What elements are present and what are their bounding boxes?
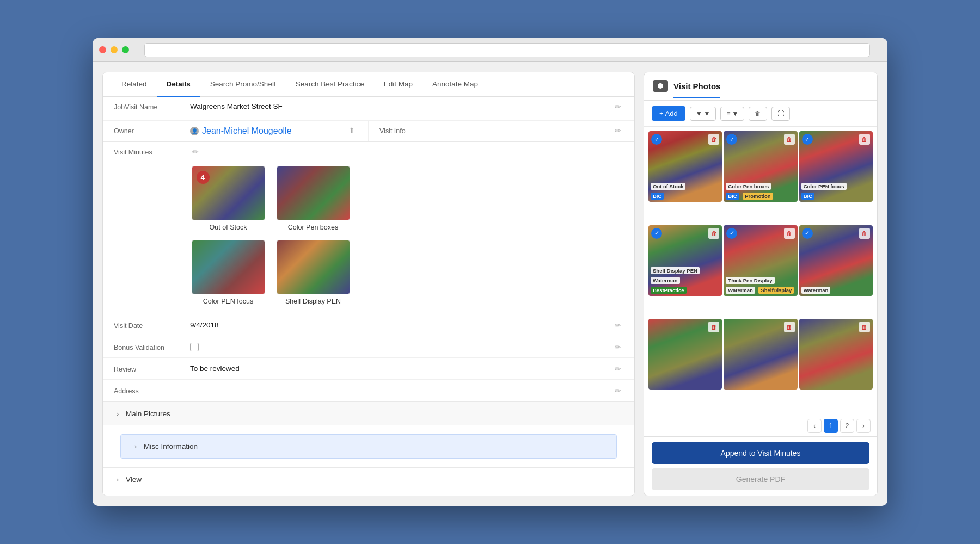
visit-minutes-edit-icon[interactable]: ✏: [190, 147, 201, 156]
main-pictures-header[interactable]: › Main Pictures: [103, 402, 634, 425]
review-edit-icon[interactable]: ✏: [612, 364, 623, 373]
photo-tag-bic-1: BIC: [651, 193, 664, 200]
photo-label-4: Shelf Display PEN: [285, 298, 341, 305]
view-section: › View: [103, 467, 634, 491]
photo-delete-8[interactable]: 🗑: [784, 322, 795, 332]
photo-thumb-1[interactable]: 4: [192, 166, 265, 220]
details-content: JobVisit Name Walgreens Market Street SF…: [103, 97, 634, 496]
trash-icon: 🗑: [755, 110, 761, 118]
photo-tag-waterman-1: Waterman: [651, 277, 680, 284]
photo-label-3: Color PEN focus: [203, 298, 253, 305]
address-row: Address ✏: [103, 380, 634, 401]
right-panel: Visit Photos + Add ▼ ▼ ≡ ▼ 🗑 ⛶: [644, 72, 878, 496]
photo-delete-6[interactable]: 🗑: [859, 228, 870, 239]
sort-button[interactable]: ≡ ▼: [720, 107, 744, 121]
photo-delete-3[interactable]: 🗑: [859, 134, 870, 145]
tab-annotate-map[interactable]: Annotate Map: [422, 72, 488, 97]
photo-delete-2[interactable]: 🗑: [784, 134, 795, 145]
photo-check-4[interactable]: ✓: [651, 228, 662, 239]
right-photo-5[interactable]: ✓ 🗑 Thick Pen Display Waterman ShelfDisp…: [724, 225, 797, 296]
prev-page-button[interactable]: ‹: [807, 419, 822, 433]
tab-related[interactable]: Related: [112, 72, 157, 97]
photo-check-3[interactable]: ✓: [802, 134, 813, 145]
address-label: Address: [114, 386, 190, 395]
view-chevron: ›: [114, 476, 121, 484]
right-photo-3[interactable]: ✓ 🗑 Color PEN focus BIC: [799, 131, 873, 202]
next-page-button[interactable]: ›: [856, 419, 871, 433]
bonus-validation-edit-icon[interactable]: ✏: [612, 343, 623, 351]
page-2-button[interactable]: 2: [840, 419, 854, 433]
owner-edit-icon[interactable]: ⬆: [346, 126, 357, 135]
append-button[interactable]: Append to Visit Minutes: [652, 442, 869, 464]
visit-date-value: 9/4/2018: [190, 321, 612, 329]
visit-info-label: Visit Info: [379, 126, 456, 135]
visit-info-edit-icon[interactable]: ✏: [612, 126, 623, 135]
minimize-button[interactable]: [111, 46, 118, 53]
add-button[interactable]: + Add: [652, 106, 685, 121]
pagination: ‹ 1 2 ›: [644, 416, 877, 436]
photo-overlay-1: Out of Stock BIC: [648, 179, 722, 202]
jobvisit-value: Walgreens Market Street SF: [190, 102, 612, 110]
photo-tag-waterman-3: Waterman: [801, 287, 831, 294]
address-edit-icon[interactable]: ✏: [612, 386, 623, 395]
main-pictures-label: Main Pictures: [126, 410, 170, 418]
visit-minutes-row: Visit Minutes ✏ 4 Out of Stock: [103, 142, 634, 314]
review-label: Review: [114, 364, 190, 373]
right-photo-9[interactable]: 🗑: [799, 319, 873, 390]
photo-check-6[interactable]: ✓: [802, 228, 813, 239]
photo-delete-9[interactable]: 🗑: [859, 322, 870, 332]
bonus-validation-checkbox[interactable]: [190, 343, 199, 351]
expand-button[interactable]: ⛶: [771, 107, 790, 121]
view-header[interactable]: › View: [103, 468, 634, 491]
right-photo-1[interactable]: ✓ 🗑 Out of Stock BIC: [648, 131, 722, 202]
photo-delete-7[interactable]: 🗑: [708, 322, 719, 332]
photo-check-1[interactable]: ✓: [651, 134, 662, 145]
tab-edit-map[interactable]: Edit Map: [374, 72, 422, 97]
photo-thumb-2[interactable]: [277, 166, 350, 220]
right-photo-7[interactable]: 🗑: [648, 319, 722, 390]
delete-button[interactable]: 🗑: [749, 107, 767, 121]
visit-date-edit-icon[interactable]: ✏: [612, 321, 623, 330]
filter-arrow: ▼: [704, 110, 710, 118]
photo-delete-5[interactable]: 🗑: [784, 228, 795, 239]
tab-search-promo[interactable]: Search Promo/Shelf: [200, 72, 286, 97]
photo-tag-bic-2: BIC: [726, 193, 739, 200]
photo-overlay-4: Shelf Display PEN Waterman BestPractice: [648, 263, 722, 296]
owner-avatar: 👤: [190, 127, 199, 135]
right-photo-8[interactable]: 🗑: [724, 319, 797, 390]
right-photo-2[interactable]: ✓ 🗑 Color Pen boxes BIC Promotion: [724, 131, 797, 202]
photo-check-5[interactable]: ✓: [726, 228, 737, 239]
photo-overlay-2: Color Pen boxes BIC Promotion: [724, 179, 797, 202]
tab-search-best-practice[interactable]: Search Best Practice: [286, 72, 374, 97]
right-photo-4[interactable]: ✓ 🗑 Shelf Display PEN Waterman BestPract…: [648, 225, 722, 296]
photo-tag-shelfdisplay: ShelfDisplay: [758, 287, 794, 294]
photo-tag-shelfdisplayen: Shelf Display PEN: [651, 267, 700, 274]
page-1-button[interactable]: 1: [824, 419, 838, 433]
photo-label-1: Out of Stock: [210, 224, 247, 231]
filter-button[interactable]: ▼ ▼: [690, 107, 716, 121]
right-photo-6[interactable]: ✓ 🗑 Waterman: [799, 225, 873, 296]
address-bar[interactable]: [144, 43, 870, 57]
photo-thumb-4[interactable]: [277, 240, 350, 294]
photo-delete-1[interactable]: 🗑: [708, 134, 719, 145]
photo-delete-4[interactable]: 🗑: [708, 228, 719, 239]
misc-information-header[interactable]: › Misc Information: [121, 435, 616, 458]
generate-pdf-button[interactable]: Generate PDF: [652, 468, 869, 490]
photo-item-2: Color Pen boxes: [275, 166, 351, 231]
visit-photos-header: Visit Photos: [644, 72, 877, 101]
photo-check-2[interactable]: ✓: [726, 134, 737, 145]
main-pictures-chevron: ›: [114, 410, 121, 418]
visit-minutes-label: Visit Minutes: [114, 147, 190, 156]
photo-label-2: Color Pen boxes: [288, 224, 338, 231]
photo-thumb-3[interactable]: [192, 240, 265, 294]
owner-label: Owner: [114, 126, 190, 135]
photo-tag-outofstock: Out of Stock: [651, 183, 685, 190]
jobvisit-edit-icon[interactable]: ✏: [612, 102, 623, 111]
tab-details[interactable]: Details: [157, 72, 200, 97]
close-button[interactable]: [99, 46, 106, 53]
content-area: Related Details Search Promo/Shelf Searc…: [93, 62, 887, 506]
jobvisit-row: JobVisit Name Walgreens Market Street SF…: [103, 97, 634, 121]
photo-tag-bic-3: BIC: [801, 193, 814, 200]
owner-value[interactable]: 👤 Jean-Michel Mougeolle: [190, 126, 292, 136]
maximize-button[interactable]: [122, 46, 129, 53]
